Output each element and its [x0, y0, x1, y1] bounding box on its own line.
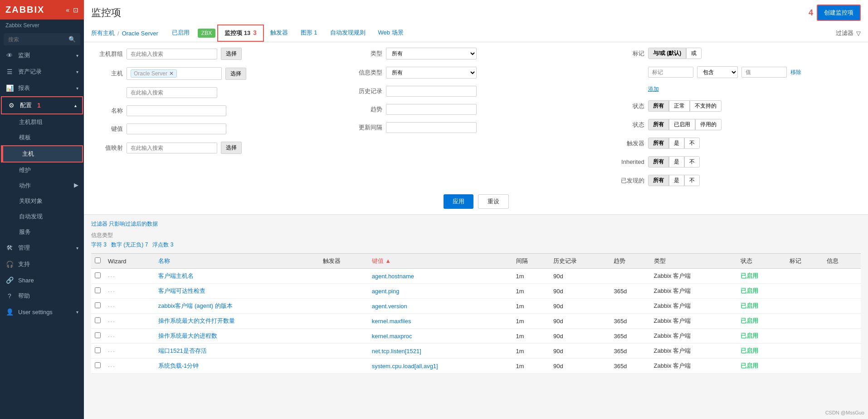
item-name-link[interactable]: 客户端主机名: [158, 272, 194, 279]
trigger-no-btn[interactable]: 不: [684, 138, 700, 149]
info-type-num[interactable]: 数字 (无正负) 7: [111, 242, 148, 248]
item-key-link[interactable]: net.tcp.listen[1521]: [372, 348, 421, 355]
row-select-checkbox[interactable]: [95, 302, 101, 308]
filter-icon[interactable]: ▽: [856, 30, 861, 37]
item-key-link[interactable]: agent.ping: [372, 288, 400, 295]
create-item-button[interactable]: 创建监控项: [817, 5, 861, 21]
breadcrumb-all-hosts[interactable]: 所有主机: [91, 29, 115, 37]
sidebar-item-manage[interactable]: 🛠 管理 ▾: [0, 240, 84, 256]
status-unsupported-btn[interactable]: 不支持的: [690, 100, 722, 112]
status-normal-btn[interactable]: 正常: [669, 100, 690, 112]
wizard-dots[interactable]: ···: [108, 288, 116, 295]
item-name-link[interactable]: 操作系统最大的文件打开数量: [158, 317, 235, 324]
sidebar-item-actions[interactable]: 动作▶: [0, 178, 84, 193]
status-all-btn[interactable]: 所有: [648, 100, 669, 112]
sidebar-item-help[interactable]: ? 帮助: [0, 288, 84, 304]
history-input[interactable]: [386, 86, 477, 97]
sidebar-item-hostgroups[interactable]: 主机群组: [0, 114, 84, 130]
th-name[interactable]: 名称: [155, 254, 319, 269]
wizard-dots[interactable]: ···: [108, 318, 116, 325]
item-key-link[interactable]: kernel.maxfiles: [372, 318, 411, 325]
tag-or-btn[interactable]: 或: [686, 48, 702, 59]
item-name-link[interactable]: 系统负载-1分钟: [158, 362, 199, 369]
sidebar-item-templates[interactable]: 模板: [0, 130, 84, 145]
state-enabled-btn[interactable]: 已启用: [669, 119, 695, 130]
tab-graphs[interactable]: 图形 1: [294, 25, 324, 41]
collapse-icon[interactable]: «: [66, 6, 69, 14]
row-select-checkbox[interactable]: [95, 287, 101, 293]
sidebar-item-user[interactable]: 👤 User settings ▾: [0, 304, 84, 320]
wizard-dots[interactable]: ···: [108, 273, 116, 280]
sidebar-item-monitor[interactable]: 👁 监测 ▾: [0, 47, 84, 64]
discovered-no-btn[interactable]: 不: [684, 175, 700, 186]
tag-and-or-btn[interactable]: 与/或 (默认): [648, 48, 687, 59]
info-type-char[interactable]: 字符 3: [91, 242, 107, 248]
tab-enabled[interactable]: 已启用: [166, 25, 196, 41]
tab-discovery[interactable]: 自动发现规则: [324, 25, 372, 41]
state-disabled-btn[interactable]: 停用的: [695, 119, 722, 130]
inherited-yes-btn[interactable]: 是: [669, 156, 684, 168]
item-name-link[interactable]: 客户端可达性检查: [158, 287, 205, 294]
host-group-input[interactable]: [127, 49, 217, 59]
discovered-all-btn[interactable]: 所有: [648, 175, 669, 186]
host-group-select-btn[interactable]: 选择: [221, 48, 242, 60]
name-input[interactable]: [127, 105, 226, 116]
sidebar-item-discovery[interactable]: 自动发现: [0, 209, 84, 224]
type-select[interactable]: 所有: [386, 48, 477, 59]
tag-value-input[interactable]: [741, 67, 787, 78]
reset-button[interactable]: 重设: [478, 194, 509, 209]
row-select-checkbox[interactable]: [95, 362, 101, 368]
host-search-input[interactable]: [127, 87, 217, 98]
sidebar-item-hosts[interactable]: 主机: [2, 146, 82, 162]
item-key-link[interactable]: kernel.maxproc: [372, 333, 412, 340]
tag-remove-link[interactable]: 移除: [790, 69, 801, 76]
tab-items[interactable]: 监控项 13 3: [218, 25, 263, 41]
row-select-checkbox[interactable]: [95, 272, 101, 278]
tab-web[interactable]: Web 场景: [372, 25, 410, 41]
sidebar-item-support[interactable]: 🎧 支持: [0, 256, 84, 272]
sidebar-search-box[interactable]: 🔍: [4, 33, 80, 45]
tab-triggers[interactable]: 触发器: [264, 25, 294, 41]
wizard-dots[interactable]: ···: [108, 303, 116, 310]
sidebar-item-maintenance[interactable]: 维护: [0, 163, 84, 178]
inherited-no-btn[interactable]: 不: [684, 156, 700, 168]
wizard-dots[interactable]: ···: [108, 363, 116, 370]
expand-icon[interactable]: ⊡: [73, 6, 78, 14]
item-name-link[interactable]: zabbix客户端 (agent) 的版本: [158, 302, 233, 309]
sidebar-item-config[interactable]: ⚙ 配置 1 ▴: [2, 97, 82, 113]
item-key-link[interactable]: system.cpu.load[all,avg1]: [372, 363, 438, 370]
value-map-input[interactable]: [127, 143, 217, 153]
item-name-link[interactable]: 端口1521是否存活: [158, 347, 207, 354]
wizard-dots[interactable]: ···: [108, 348, 116, 355]
state-all-btn[interactable]: 所有: [648, 119, 669, 130]
inherited-all-btn[interactable]: 所有: [648, 156, 669, 168]
host-select-btn[interactable]: 选择: [225, 68, 246, 80]
sidebar-item-share[interactable]: 🔗 Share: [0, 272, 84, 288]
info-type-float[interactable]: 浮点数 3: [152, 242, 173, 248]
wizard-dots[interactable]: ···: [108, 333, 116, 340]
sidebar-item-assets[interactable]: ☰ 资产记录 ▾: [0, 64, 84, 80]
item-name-link[interactable]: 操作系统最大的进程数: [158, 332, 217, 339]
key-input[interactable]: [127, 123, 226, 134]
row-select-checkbox[interactable]: [95, 332, 101, 338]
sidebar-item-correlations[interactable]: 关联对象: [0, 193, 84, 209]
row-select-checkbox[interactable]: [95, 347, 101, 353]
search-input[interactable]: [8, 36, 68, 43]
update-interval-input[interactable]: [386, 122, 477, 133]
discovered-yes-btn[interactable]: 是: [669, 175, 684, 186]
sidebar-item-services[interactable]: 服务: [0, 224, 84, 240]
item-key-link[interactable]: agent.hostname: [372, 273, 414, 280]
item-key-link[interactable]: agent.version: [372, 303, 407, 310]
row-select-checkbox[interactable]: [95, 317, 101, 323]
sidebar-item-reports[interactable]: 📊 报表 ▾: [0, 80, 84, 96]
host-tag-remove[interactable]: ✕: [169, 70, 174, 77]
th-key[interactable]: 键值 ▲: [368, 254, 512, 269]
apply-button[interactable]: 应用: [444, 194, 473, 209]
trend-input[interactable]: [386, 104, 477, 115]
trigger-yes-btn[interactable]: 是: [669, 138, 684, 149]
value-map-select-btn[interactable]: 选择: [221, 142, 242, 154]
breadcrumb-oracle-server[interactable]: Oracle Server: [122, 30, 158, 37]
trigger-all-btn[interactable]: 所有: [648, 138, 669, 149]
tag-name-input[interactable]: [648, 67, 693, 78]
tag-operator-select[interactable]: 包含: [697, 66, 738, 78]
